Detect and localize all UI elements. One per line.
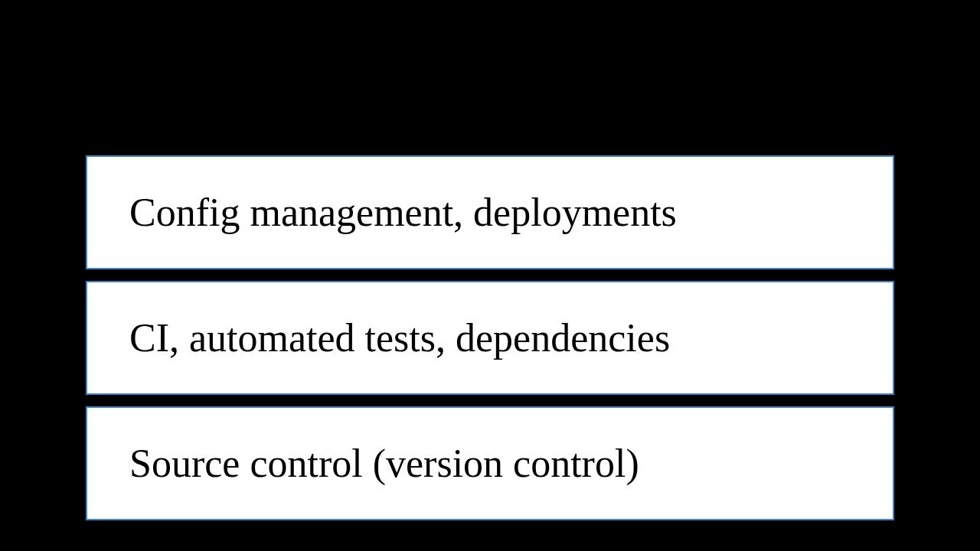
- layer-ci: CI, automated tests, dependencies: [86, 281, 894, 395]
- layer-label: CI, automated tests, dependencies: [129, 316, 670, 360]
- layer-label: Config management, deployments: [129, 191, 677, 234]
- layer-source-control: Source control (version control): [86, 406, 894, 520]
- layer-label: Source control (version control): [129, 442, 639, 485]
- layers-stack: Config management, deployments CI, autom…: [86, 155, 894, 520]
- layer-config-management: Config management, deployments: [86, 155, 894, 269]
